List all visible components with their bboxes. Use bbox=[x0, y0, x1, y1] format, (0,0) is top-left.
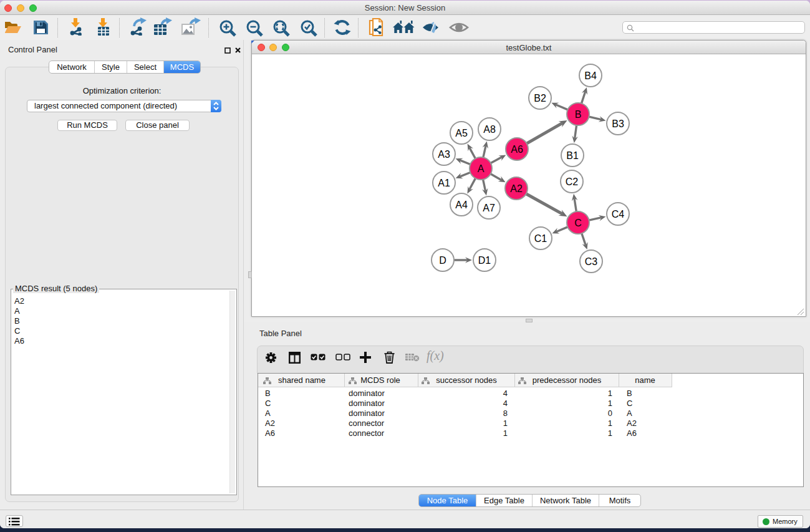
svg-text:A5: A5 bbox=[455, 128, 468, 138]
svg-text:D: D bbox=[439, 255, 446, 266]
svg-text:C1: C1 bbox=[534, 233, 547, 244]
svg-text:C4: C4 bbox=[612, 209, 625, 220]
svg-text:C: C bbox=[574, 218, 582, 228]
svg-text:B4: B4 bbox=[584, 70, 597, 81]
svg-text:A7: A7 bbox=[483, 203, 495, 213]
svg-text:C2: C2 bbox=[566, 177, 579, 187]
svg-text:A8: A8 bbox=[483, 124, 496, 135]
svg-text:B2: B2 bbox=[534, 93, 546, 104]
svg-text:B3: B3 bbox=[612, 118, 624, 129]
svg-text:A2: A2 bbox=[510, 183, 523, 194]
svg-text:D1: D1 bbox=[478, 255, 491, 266]
svg-text:A3: A3 bbox=[438, 149, 450, 160]
svg-text:B1: B1 bbox=[566, 150, 579, 161]
svg-text:C3: C3 bbox=[585, 256, 598, 267]
svg-text:A1: A1 bbox=[438, 178, 450, 188]
svg-text:A6: A6 bbox=[511, 144, 523, 155]
svg-text:B: B bbox=[575, 109, 582, 120]
svg-text:A: A bbox=[478, 163, 485, 174]
svg-text:A4: A4 bbox=[455, 200, 468, 210]
